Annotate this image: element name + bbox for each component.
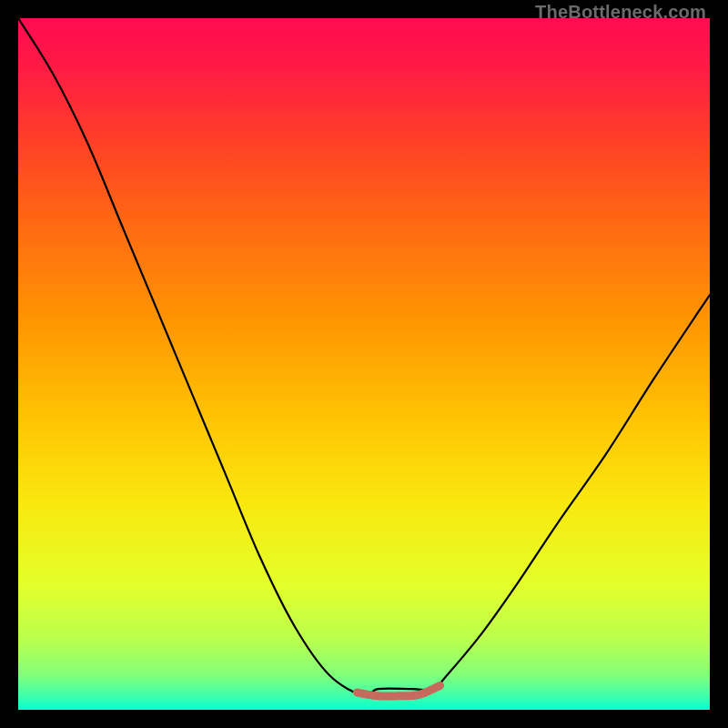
plot-area (18, 18, 710, 710)
flat-segment (357, 685, 440, 696)
bottleneck-curve (18, 18, 710, 696)
chart-frame: TheBottleneck.com (0, 0, 728, 728)
curve-layer (18, 18, 710, 710)
